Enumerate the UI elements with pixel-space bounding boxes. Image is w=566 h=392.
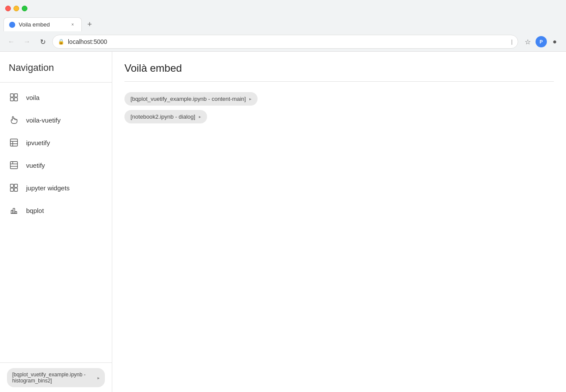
sidebar-item-jupyter-widgets-label: jupyter widgets	[26, 184, 70, 192]
svg-rect-14	[10, 188, 13, 191]
bar-chart-icon	[9, 205, 19, 216]
svg-rect-21	[11, 210, 13, 213]
profile-button[interactable]: P	[536, 36, 547, 47]
nav-bar: ← → ↻ 🔒 localhost:5000 | ☆ P ●	[0, 32, 566, 51]
main-content: Voilà embed [bqplot_vuetify_example.ipyn…	[112, 52, 566, 392]
svg-rect-1	[14, 94, 17, 97]
svg-rect-23	[15, 212, 17, 214]
svg-rect-8	[10, 162, 18, 169]
maximize-window-button[interactable]	[22, 6, 27, 11]
active-tab[interactable]: Voila embed ×	[3, 17, 82, 31]
sidebar-item-voila-label: voila	[26, 94, 40, 101]
content-chip-0[interactable]: [bqplot_vuetify_example.ipynb - content-…	[124, 92, 258, 106]
svg-rect-12	[10, 184, 13, 187]
svg-rect-2	[10, 98, 13, 101]
svg-rect-22	[13, 208, 15, 213]
tab-close-button[interactable]: ×	[69, 21, 76, 28]
table-icon	[9, 137, 19, 148]
sidebar-item-voila[interactable]: voila	[0, 86, 112, 109]
tab-favicon	[9, 22, 15, 28]
page-title: Voilà embed	[124, 62, 554, 82]
hand-icon	[9, 115, 19, 125]
sidebar-item-ipvuetify-label: ipvuetify	[26, 139, 50, 146]
title-bar	[0, 0, 566, 17]
forward-button[interactable]: →	[21, 36, 33, 48]
nav-right-icons: ☆ P ●	[522, 36, 561, 48]
lock-icon: 🔒	[58, 39, 64, 45]
svg-rect-0	[10, 94, 13, 97]
chips-container: [bqplot_vuetify_example.ipynb - content-…	[124, 92, 554, 123]
sidebar-item-voila-vuetify-label: voila-vuetify	[26, 116, 60, 124]
tab-label: Voila embed	[19, 21, 66, 28]
sidebar-item-ipvuetify[interactable]: ipvuetify	[0, 131, 112, 154]
extensions-button[interactable]: ●	[549, 36, 561, 48]
sidebar-item-vuetify-label: vuetify	[26, 162, 45, 169]
content-chip-0-arrow: ▸	[249, 96, 251, 101]
sidebar-item-vuetify[interactable]: vuetify	[0, 154, 112, 176]
content-chip-1[interactable]: [notebook2.ipynb - dialog] ▸	[124, 110, 207, 123]
reload-button[interactable]: ↻	[37, 36, 49, 48]
sidebar-item-bqplot[interactable]: bqplot	[0, 199, 112, 222]
browser-chrome: Voila embed × + ← → ↻ 🔒 localhost:5000 |…	[0, 0, 566, 52]
address-cursor: |	[511, 39, 512, 45]
sidebar-item-bqplot-label: bqplot	[26, 207, 44, 214]
sidebar-nav: voila voila-vuetify	[0, 83, 112, 362]
tab-bar: Voila embed × +	[0, 17, 566, 32]
traffic-lights	[5, 6, 27, 11]
table2-icon	[9, 160, 19, 170]
svg-rect-15	[14, 188, 17, 191]
sidebar-footer-chip-arrow: ▸	[97, 375, 100, 380]
grid-icon	[9, 92, 19, 103]
sidebar-title: Navigation	[0, 52, 112, 83]
address-bar-wrap: 🔒 localhost:5000 |	[52, 35, 518, 49]
address-bar[interactable]: 🔒 localhost:5000 |	[52, 35, 518, 49]
app-container: Navigation voila	[0, 52, 566, 392]
address-text: localhost:5000	[68, 38, 508, 45]
sidebar-footer-chip[interactable]: [bqplot_vuetify_example.ipynb - histogra…	[7, 368, 105, 387]
puzzle-icon	[9, 183, 19, 193]
sidebar-item-jupyter-widgets[interactable]: jupyter widgets	[0, 176, 112, 199]
svg-rect-4	[10, 139, 18, 146]
sidebar-footer: [bqplot_vuetify_example.ipynb - histogra…	[0, 362, 112, 392]
sidebar: Navigation voila	[0, 52, 112, 392]
content-chip-0-label: [bqplot_vuetify_example.ipynb - content-…	[131, 96, 246, 102]
new-tab-button[interactable]: +	[84, 18, 96, 30]
sidebar-footer-chip-label: [bqplot_vuetify_example.ipynb - histogra…	[12, 372, 95, 384]
minimize-window-button[interactable]	[13, 6, 19, 11]
svg-rect-3	[14, 98, 17, 101]
sidebar-item-voila-vuetify[interactable]: voila-vuetify	[0, 109, 112, 131]
close-window-button[interactable]	[5, 6, 11, 11]
svg-rect-13	[14, 184, 17, 187]
content-chip-1-label: [notebook2.ipynb - dialog]	[131, 113, 195, 120]
content-chip-1-arrow: ▸	[199, 114, 201, 119]
bookmark-button[interactable]: ☆	[522, 36, 534, 48]
back-button[interactable]: ←	[5, 36, 17, 48]
